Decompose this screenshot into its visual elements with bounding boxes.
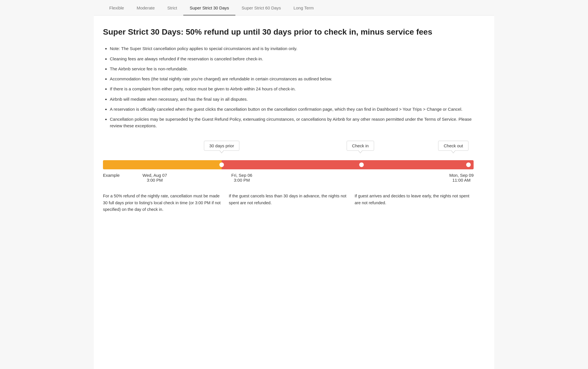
date-30days: Wed, Aug 07 [142, 173, 167, 178]
caret-30-days [219, 150, 224, 153]
timeline-section: 30 days prior Check in Check out [103, 141, 474, 213]
dot-checkout [466, 162, 471, 167]
date-30days-block: Wed, Aug 07 3:00 PM [142, 173, 167, 182]
tab-super-strict-30[interactable]: Super Strict 30 Days [183, 0, 235, 15]
date-col-left: Example Wed, Aug 07 3:00 PM [103, 173, 222, 182]
tab-super-strict-60[interactable]: Super Strict 60 Days [235, 0, 287, 15]
bullet-8: Cancellation policies may be superseded … [110, 116, 474, 129]
label-checkin-col: Check in [347, 141, 374, 153]
tab-moderate[interactable]: Moderate [130, 0, 161, 15]
bullet-3: The Airbnb service fee is non-refundable… [110, 66, 474, 72]
tab-long-term[interactable]: Long Term [287, 0, 320, 15]
tab-flexible[interactable]: Flexible [103, 0, 130, 15]
tab-strict[interactable]: Strict [161, 0, 183, 15]
desc-block-2: If the guest cancels less than 30 days i… [229, 193, 348, 213]
tabs-bar: Flexible Moderate Strict Super Strict 30… [94, 0, 494, 15]
dot-30days [219, 162, 224, 167]
bar-orange [103, 160, 222, 169]
bar-red [222, 160, 474, 169]
label-30-days-box: 30 days prior [204, 141, 240, 151]
bullet-6: Airbnb will mediate when necessary, and … [110, 96, 474, 102]
date-checkin-block: Fri, Sep 06 3:00 PM [231, 173, 252, 182]
bullet-7: A reservation is officially canceled whe… [110, 106, 474, 112]
timeline-bar [103, 160, 474, 169]
dates-row: Example Wed, Aug 07 3:00 PM Fri, Sep 06 … [103, 173, 474, 182]
desc-block-3: If guest arrives and decides to leave ea… [355, 193, 474, 213]
descriptions-row: For a 50% refund of the nightly rate, ca… [103, 193, 474, 213]
bullet-1: Note: The Super Strict cancellation poli… [110, 45, 474, 52]
bullet-5: If there is a complaint from either part… [110, 86, 474, 92]
time-30days: 3:00 PM [142, 178, 167, 182]
caret-checkout [451, 150, 456, 153]
label-checkout-col: Check out [438, 141, 468, 153]
label-checkin-box: Check in [347, 141, 374, 151]
bullet-4: Accommodation fees (the total nightly ra… [110, 76, 474, 82]
date-checkout: Mon, Sep 09 [449, 173, 474, 178]
bullet-2: Cleaning fees are always refunded if the… [110, 55, 474, 62]
example-label: Example [103, 173, 120, 182]
date-checkout-block: Mon, Sep 09 11:00 AM [449, 173, 474, 182]
time-checkin: 3:00 PM [231, 178, 252, 182]
policy-bullets: Note: The Super Strict cancellation poli… [103, 45, 474, 129]
desc-block-1: For a 50% refund of the nightly rate, ca… [103, 193, 222, 213]
label-30-days-col: 30 days prior [204, 141, 240, 153]
date-checkin: Fri, Sep 06 [231, 173, 252, 178]
caret-checkin [358, 150, 363, 153]
dot-checkin [359, 162, 364, 167]
label-checkout-box: Check out [438, 141, 468, 151]
time-checkout: 11:00 AM [449, 178, 474, 182]
page-title: Super Strict 30 Days: 50% refund up unti… [103, 27, 474, 37]
